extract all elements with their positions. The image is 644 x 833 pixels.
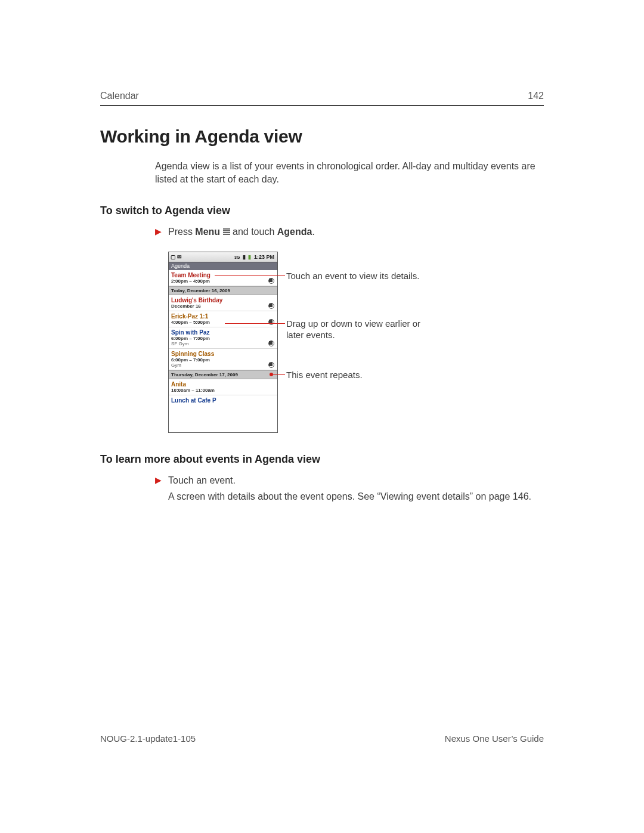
running-header: Calendar 142 [100, 91, 544, 106]
section-switch-heading: To switch to Agenda view [100, 205, 544, 217]
event-team-meeting: Team Meeting 2:00pm – 4:00pm [169, 270, 277, 286]
event-erick-paz: Erick-Paz 1:1 4:00pm – 5:00pm [169, 311, 277, 327]
sync-icon [268, 303, 274, 309]
step-press-menu: ▶ Press Menu and touch Agenda. [155, 225, 544, 239]
event-ludwigs-birthday: Ludwig's Birthday December 16 [169, 295, 277, 311]
repeat-icon [268, 362, 274, 368]
menu-icon [223, 228, 230, 236]
signal-icon: ▮ [243, 254, 246, 260]
step-touch-event: ▶ Touch an event. [155, 474, 544, 487]
leader-line [215, 275, 285, 276]
mail-icon: ✉ [177, 254, 182, 260]
bullet-marker-icon: ▶ [155, 226, 162, 237]
agenda-header: Agenda [169, 262, 277, 270]
event-anita: Anita 10:00am – 11:00am [169, 379, 277, 395]
sync-icon [268, 340, 274, 346]
leader-line [273, 374, 285, 375]
intro-paragraph: Agenda view is a list of your events in … [155, 160, 544, 185]
network-3g-icon: 3G [234, 255, 240, 259]
date-header-tomorrow: Thursday, December 17, 2009 [169, 370, 277, 379]
sync-icon [268, 278, 274, 284]
status-bar: ▢✉ 3G ▮ ▮ 1:23 PM [169, 252, 277, 262]
sync-icon [268, 319, 274, 325]
date-header-today: Today, December 16, 2009 [169, 286, 277, 295]
step-result-text: A screen with details about the event op… [168, 490, 544, 503]
leader-line [225, 323, 285, 324]
callout-drag-events: Drag up or down to view earlier or later… [286, 318, 429, 341]
page-title: Working in Agenda view [100, 126, 544, 147]
status-time: 1:23 PM [254, 254, 274, 260]
page-footer: NOUG-2.1-update1-105 Nexus One User’s Gu… [100, 733, 544, 744]
phone-screenshot: ▢✉ 3G ▮ ▮ 1:23 PM Agenda Team Meeting 2:… [168, 252, 278, 433]
event-spinning-class: Spinning Class 6:00pm – 7:00pm Gym [169, 349, 277, 370]
section-name: Calendar [100, 91, 139, 101]
bullet-marker-icon: ▶ [155, 475, 162, 486]
page-number: 142 [528, 91, 544, 101]
doc-id: NOUG-2.1-update1-105 [100, 733, 196, 744]
callout-touch-event: Touch an event to view its details. [286, 270, 419, 282]
doc-title: Nexus One User’s Guide [445, 733, 544, 744]
status-left-icons: ▢✉ [171, 254, 183, 260]
status-right-icons: 3G ▮ ▮ 1:23 PM [234, 254, 275, 260]
section-learn-heading: To learn more about events in Agenda vie… [100, 453, 544, 466]
agenda-figure: ▢✉ 3G ▮ ▮ 1:23 PM Agenda Team Meeting 2:… [168, 252, 478, 436]
battery-icon: ▮ [248, 254, 251, 260]
event-spin-with-paz: Spin with Paz 6:00pm – 7:00pm SF Gym [169, 327, 277, 349]
callout-event-repeats: This event repeats. [286, 369, 363, 381]
sdcard-icon: ▢ [171, 254, 176, 260]
event-lunch-cafe-p: Lunch at Cafe P [169, 395, 277, 405]
